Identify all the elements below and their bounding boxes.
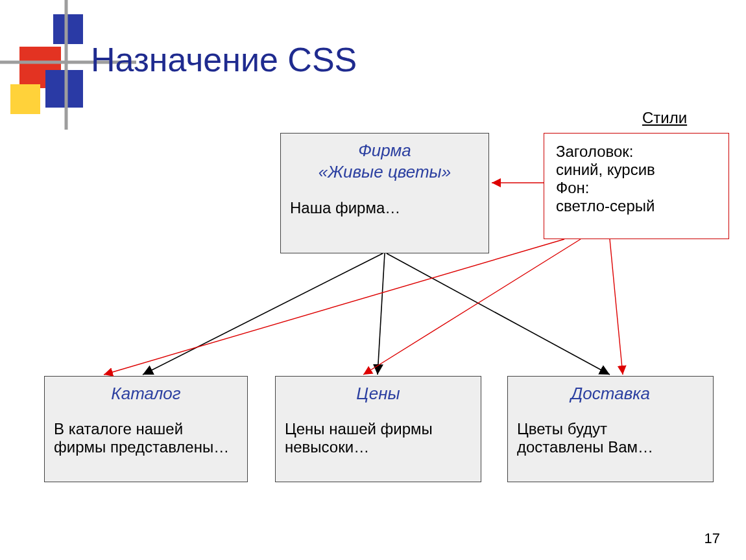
slide-number: 17: [704, 530, 720, 547]
slide: Назначение CSS Стили Заголовок: синий, к…: [0, 0, 746, 560]
svg-line-10: [104, 239, 564, 375]
svg-line-6: [143, 253, 383, 375]
svg-line-7: [378, 253, 385, 375]
svg-line-12: [610, 239, 623, 375]
svg-line-8: [387, 253, 610, 375]
svg-line-11: [363, 239, 581, 375]
arrows-layer: [0, 0, 746, 560]
